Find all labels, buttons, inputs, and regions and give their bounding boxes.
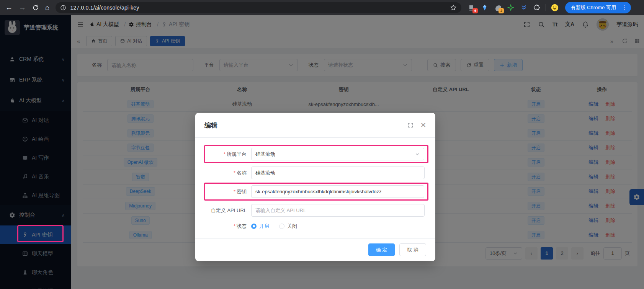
dialog-fullscreen-icon[interactable]: [407, 122, 414, 128]
extension-icon[interactable]: 6: [467, 3, 476, 12]
radio-dot: [251, 224, 257, 229]
chrome-update-button[interactable]: 有新版 Chrome 可用 ⋮: [565, 2, 631, 13]
key-form-row: *密钥: [204, 183, 428, 201]
extension-icon[interactable]: 2: [494, 3, 502, 12]
dialog-title: 编辑: [204, 121, 217, 130]
status-field-label: 状态: [237, 223, 247, 229]
dialog-header: 编辑 ✕: [195, 113, 435, 138]
platform-field-label: 所属平台: [227, 151, 247, 157]
close-icon[interactable]: ✕: [420, 121, 426, 129]
browser-toolbar: ← → ⌂ 127.0.0.1/ai/console/api-key 6 2 有…: [0, 0, 644, 15]
extensions-row: 6 2: [467, 3, 559, 12]
cancel-button[interactable]: 取 消: [399, 243, 426, 256]
extension-badge: 2: [499, 8, 504, 13]
profile-avatar-icon[interactable]: [551, 3, 559, 12]
key-input[interactable]: [251, 185, 424, 198]
name-field-label: 名称: [237, 170, 247, 176]
name-input[interactable]: [251, 167, 425, 179]
key-field-label: 密钥: [237, 189, 247, 194]
platform-select[interactable]: 硅基流动: [251, 148, 424, 160]
status-on-radio[interactable]: 开启: [251, 223, 269, 230]
chevron-down-icon: [415, 152, 420, 157]
edit-dialog: 编辑 ✕ *所属平台 硅基流动 *名称 *密钥 自定义 API URL: [195, 113, 435, 261]
url-form-row: 自定义 API URL: [206, 204, 425, 217]
browser-home-button[interactable]: ⌂: [45, 3, 49, 12]
url-field-label: 自定义 API URL: [211, 207, 247, 213]
confirm-button[interactable]: 确 定: [368, 243, 395, 256]
dialog-footer: 确 定 取 消: [195, 238, 435, 261]
extensions-puzzle-icon[interactable]: [533, 3, 541, 12]
browser-menu-icon[interactable]: ⋮: [620, 4, 629, 11]
bookmark-star-icon[interactable]: [450, 4, 457, 11]
url-input[interactable]: [251, 204, 425, 217]
address-bar[interactable]: 127.0.0.1/ai/console/api-key: [56, 2, 461, 13]
status-form-row: *状态 开启 关闭: [206, 223, 425, 230]
extension-icon[interactable]: [520, 3, 528, 12]
browser-forward-button[interactable]: →: [19, 3, 26, 12]
name-form-row: *名称: [206, 167, 425, 179]
extension-icon[interactable]: [481, 3, 489, 12]
site-info-icon[interactable]: [60, 5, 66, 11]
url-text: 127.0.0.1/ai/console/api-key: [70, 5, 139, 11]
platform-form-row: *所属平台 硅基流动: [204, 145, 428, 163]
status-off-radio[interactable]: 关闭: [279, 223, 297, 230]
divider: [546, 4, 546, 11]
browser-back-button[interactable]: ←: [5, 3, 13, 12]
browser-reload-button[interactable]: [32, 4, 39, 11]
extension-icon[interactable]: [507, 3, 515, 12]
dialog-body: *所属平台 硅基流动 *名称 *密钥 自定义 API URL *状态 开启: [195, 138, 435, 238]
radio-dot: [279, 224, 284, 229]
extension-badge: 6: [472, 8, 478, 13]
